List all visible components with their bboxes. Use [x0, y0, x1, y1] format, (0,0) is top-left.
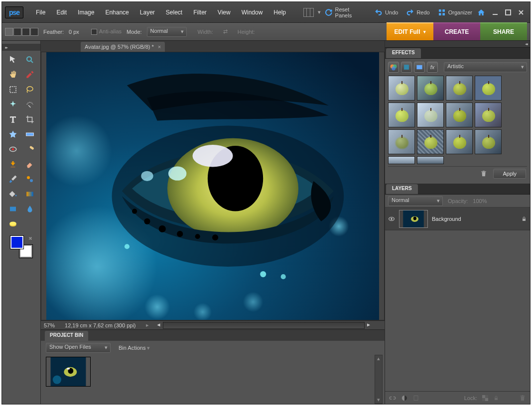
menu-help[interactable]: Help	[268, 7, 291, 18]
lock-all-icon[interactable]	[493, 395, 499, 401]
photo-effects-icon[interactable]	[414, 62, 425, 73]
bin-thumbnail[interactable]	[46, 357, 91, 387]
toolbox-collapse[interactable]	[2, 44, 40, 51]
effect-thumb-12[interactable]	[475, 129, 502, 154]
filters-category-icon[interactable]	[388, 62, 399, 73]
opacity-value[interactable]: 100%	[473, 198, 487, 204]
share-tab[interactable]: SHARE	[480, 22, 527, 40]
effect-thumb-6[interactable]	[417, 102, 444, 127]
layer-thumbnail[interactable]	[399, 210, 428, 228]
smart-brush-tool[interactable]	[22, 172, 38, 186]
redeye-tool[interactable]	[5, 142, 21, 156]
selection-mode-icons[interactable]	[5, 28, 38, 36]
menu-window[interactable]: Window	[236, 7, 268, 18]
menu-view[interactable]: View	[212, 7, 236, 18]
paint-bucket-tool[interactable]	[5, 187, 21, 201]
effects-category-select[interactable]: Artistic	[444, 62, 527, 72]
straighten-tool[interactable]	[22, 127, 38, 141]
quick-selection-tool[interactable]	[22, 98, 38, 111]
bin-actions-menu[interactable]: Bin Actions ▾	[119, 345, 150, 351]
gradient-tool[interactable]	[22, 187, 38, 201]
effect-thumb-10[interactable]	[417, 129, 444, 154]
layer-mask-icon[interactable]	[413, 395, 419, 402]
horizontal-scrollbar[interactable]	[163, 322, 365, 329]
zoom-level[interactable]: 57%	[44, 322, 55, 328]
lasso-tool[interactable]	[22, 83, 38, 97]
layers-panel-tab[interactable]: LAYERS	[386, 184, 418, 194]
menu-filter[interactable]: Filter	[188, 7, 212, 18]
minimize-button[interactable]	[491, 9, 499, 16]
menu-enhance[interactable]: Enhance	[100, 7, 134, 18]
type-tool[interactable]	[5, 112, 21, 126]
organizer-button[interactable]: Organizer	[434, 6, 476, 18]
undo-button[interactable]: Undo	[371, 6, 402, 18]
delete-layer-icon[interactable]	[519, 395, 526, 402]
eraser-tool[interactable]	[22, 157, 38, 171]
magic-wand-tool[interactable]	[5, 98, 21, 111]
menu-layer[interactable]: Layer	[134, 7, 160, 18]
panel-collapse-top[interactable]	[385, 41, 530, 48]
layer-row[interactable]: Background	[385, 207, 530, 230]
edit-tab[interactable]: EDIT Full	[387, 22, 433, 40]
layer-name[interactable]: Background	[432, 216, 517, 222]
effect-thumb-1[interactable]	[388, 76, 415, 101]
project-bin-tab[interactable]: PROJECT BIN	[45, 331, 88, 341]
sponge-tool[interactable]	[5, 217, 21, 231]
visibility-icon[interactable]	[388, 215, 395, 222]
maximize-button[interactable]	[504, 9, 512, 16]
home-button[interactable]	[476, 7, 486, 17]
effects-panel-tab[interactable]: EFFECTS	[386, 48, 421, 58]
brush-tool[interactable]	[5, 172, 21, 186]
adjustment-layer-icon[interactable]	[401, 395, 408, 402]
effect-thumb-14[interactable]	[417, 156, 444, 164]
feather-value[interactable]: 0 px	[69, 29, 79, 35]
effect-thumb-9[interactable]	[388, 129, 415, 154]
bin-scrollbar[interactable]: ▴▾	[375, 355, 383, 404]
close-button[interactable]	[517, 9, 525, 16]
menu-image[interactable]: Image	[72, 7, 100, 18]
menu-file[interactable]: File	[30, 7, 51, 18]
all-effects-icon[interactable]: fx	[427, 62, 438, 73]
create-tab[interactable]: CREATE	[433, 22, 480, 40]
effect-thumb-3[interactable]	[446, 76, 473, 101]
effect-thumb-13[interactable]	[388, 156, 415, 164]
marquee-tool[interactable]	[5, 83, 21, 97]
antialias-checkbox[interactable]	[91, 29, 97, 35]
trash-icon[interactable]	[480, 170, 487, 177]
crop-tool[interactable]	[22, 112, 38, 126]
close-document-icon[interactable]: ×	[158, 44, 161, 50]
arrange-documents-icon[interactable]	[303, 8, 314, 17]
document-tab[interactable]: Avatar.jpg @ 57% (RGB/8) * ×	[81, 42, 165, 52]
effect-thumb-7[interactable]	[446, 102, 473, 127]
bin-show-select[interactable]: Show Open Files	[46, 343, 111, 353]
cookie-cutter-tool[interactable]	[5, 127, 21, 141]
effect-thumb-5[interactable]	[388, 102, 415, 127]
eyedropper-tool[interactable]	[22, 68, 38, 82]
apply-button[interactable]: Apply	[493, 169, 526, 179]
swap-colors-icon[interactable]: ⤭	[28, 236, 32, 241]
clone-stamp-tool[interactable]	[5, 157, 21, 171]
shape-tool[interactable]	[5, 202, 21, 216]
move-tool[interactable]	[5, 53, 21, 67]
effect-thumb-11[interactable]	[446, 129, 473, 154]
layer-styles-icon[interactable]	[401, 62, 412, 73]
blur-tool[interactable]	[22, 202, 38, 216]
effect-thumb-2[interactable]	[417, 76, 444, 101]
effect-thumb-4[interactable]	[475, 76, 502, 101]
canvas-area[interactable]	[41, 52, 385, 320]
menu-select[interactable]: Select	[160, 7, 188, 18]
healing-brush-tool[interactable]	[22, 142, 38, 156]
menu-edit[interactable]: Edit	[51, 7, 72, 18]
foreground-color[interactable]	[10, 236, 23, 249]
redo-button[interactable]: Redo	[402, 6, 433, 18]
swap-icon[interactable]: ⇄	[223, 28, 228, 35]
blend-mode-select[interactable]: Normal	[388, 196, 443, 206]
link-layers-icon[interactable]	[389, 395, 396, 402]
zoom-tool[interactable]	[22, 53, 38, 67]
lock-transparency-icon[interactable]	[482, 395, 488, 401]
reset-panels-button[interactable]: Reset Panels	[321, 4, 371, 20]
mode-select[interactable]: Normal	[147, 27, 187, 37]
svg-rect-5	[506, 10, 511, 15]
hand-tool[interactable]	[5, 68, 21, 82]
effect-thumb-8[interactable]	[475, 102, 502, 127]
